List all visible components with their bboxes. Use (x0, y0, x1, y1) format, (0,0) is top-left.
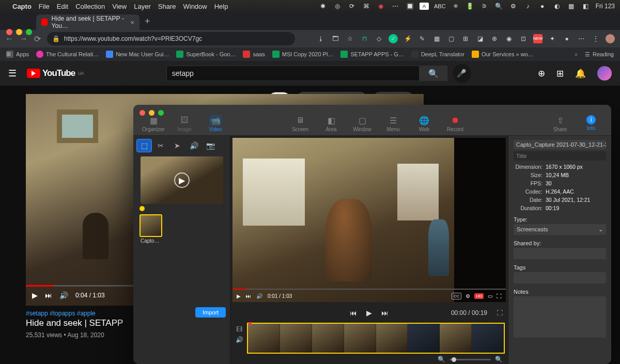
tags-field[interactable] (514, 272, 606, 283)
minimize-window-button[interactable] (16, 29, 22, 35)
menubar-clock[interactable]: Fri 123 (596, 3, 615, 10)
wifi-icon[interactable]: ⚞ (480, 3, 489, 10)
fullscreen-button[interactable]: ⛶ (497, 309, 503, 316)
browser-tab[interactable]: Hide and seek | SETAPP - You… × (36, 14, 140, 30)
status-icon[interactable]: ● (538, 3, 547, 10)
create-icon[interactable]: ⊕ (538, 68, 545, 79)
back-button[interactable]: ← (5, 34, 13, 43)
menu-share[interactable]: Share (158, 3, 176, 10)
bookmark-item[interactable]: MSI Copy 2020 Pl… (272, 51, 334, 58)
video-track-icon[interactable]: 🎞 (236, 326, 242, 333)
ext-icon[interactable]: NEW (533, 34, 542, 43)
toolbar-video[interactable]: 📹Video (202, 115, 229, 132)
ext-icon[interactable]: ☆ (345, 34, 354, 43)
battery-icon[interactable]: 🔋 (466, 3, 475, 10)
next-icon[interactable]: ⏭ (45, 291, 52, 299)
bookmark-item[interactable]: SuperBook - Goo… (176, 51, 236, 58)
maximize-window-button[interactable] (26, 29, 32, 35)
zoom-slider[interactable] (450, 359, 491, 360)
ext-icon[interactable]: ▢ (446, 34, 456, 43)
toolbar-area[interactable]: ◧Area (317, 115, 345, 132)
ext-icon[interactable]: ⭳ (316, 34, 326, 43)
bookmark-item[interactable]: DeepL Translator (411, 51, 464, 58)
youtube-search-input[interactable] (166, 66, 420, 81)
ext-icon[interactable]: ✦ (548, 34, 557, 43)
ext-icon[interactable]: ◇ (374, 34, 383, 43)
control-center-icon[interactable]: ⚙ (509, 3, 518, 10)
youtube-logo[interactable]: YouTube UA (27, 68, 84, 78)
status-icon[interactable]: ⌘ (362, 3, 371, 10)
ext-icon[interactable]: ✓ (389, 34, 398, 43)
audio-tool[interactable]: 🔊 (186, 139, 202, 152)
bluetooth-icon[interactable]: ✳ (451, 3, 460, 10)
play-icon[interactable]: ▶ (32, 291, 38, 299)
ext-icon[interactable]: ◉ (504, 34, 514, 43)
ext-icon[interactable]: ⊡ (519, 34, 528, 43)
profile-avatar[interactable] (606, 34, 615, 43)
toolbar-share[interactable]: ⇧Share (546, 115, 574, 132)
toolbar-image[interactable]: 🖼Image (171, 115, 198, 132)
fullscreen-icon[interactable]: ⛶ (497, 293, 502, 299)
playhead-icon[interactable]: ▼ (246, 320, 254, 328)
type-select[interactable]: Screencasts⌄ (514, 224, 606, 235)
bookmark-item[interactable]: saas (243, 51, 265, 58)
toolbar-menu[interactable]: ☰Menu (379, 115, 407, 132)
ext-icon[interactable]: ⋯ (577, 34, 586, 43)
notes-field[interactable] (514, 296, 606, 338)
status-icon[interactable]: ⟳ (347, 3, 357, 10)
status-icon[interactable]: ⋯ (391, 3, 400, 10)
zoom-in-icon[interactable]: 🔍 (495, 356, 503, 363)
menu-help[interactable]: Help (214, 3, 228, 10)
select-tool[interactable]: ⬚ (136, 139, 152, 152)
status-icon[interactable]: ▦ (567, 3, 576, 10)
next-icon[interactable]: ⏭ (246, 293, 251, 299)
ext-icon[interactable]: ⋮ (591, 34, 600, 43)
play-button[interactable]: ▶ (366, 309, 372, 317)
reload-button[interactable]: ⟳ (34, 34, 41, 44)
ext-icon[interactable]: ✎ (417, 34, 427, 43)
toolbar-record[interactable]: ⏺Record (441, 115, 469, 132)
toolbar-organizer[interactable]: ▦Organizer (140, 115, 167, 132)
bookmark-item[interactable]: SETAPP APPS - G… (340, 51, 404, 58)
status-icon[interactable]: ♪ (523, 3, 533, 10)
menu-view[interactable]: View (112, 3, 127, 10)
clip-thumbnail[interactable] (140, 214, 162, 237)
settings-icon[interactable]: ⚙ (466, 293, 470, 299)
forward-button[interactable]: → (20, 34, 28, 43)
shared-by-field[interactable] (514, 248, 606, 259)
reading-list[interactable]: ☰Reading (585, 51, 614, 58)
theater-icon[interactable]: ▭ (488, 293, 492, 299)
filename-field[interactable]: Capto_Capture 2021-07-30_12-21-30 (514, 140, 606, 149)
rewind-button[interactable]: ⏮ (350, 309, 357, 317)
close-window-button[interactable] (6, 29, 12, 35)
status-icon[interactable]: ◎ (333, 3, 342, 10)
bookmark-item[interactable]: New Mac User Gui… (106, 51, 169, 58)
menu-collection[interactable]: Collection (75, 3, 105, 10)
audio-track-icon[interactable]: 🔊 (236, 336, 243, 343)
status-icon[interactable]: 🔲 (405, 3, 414, 10)
ext-icon[interactable]: ● (562, 34, 571, 43)
status-icon[interactable]: ◐ (552, 3, 562, 10)
lang-indicator[interactable]: ABC (434, 3, 446, 9)
youtube-search-button[interactable]: 🔍 (420, 66, 447, 81)
toolbar-screen[interactable]: 🖥Screen (286, 115, 314, 132)
bookmark-item[interactable]: Our Services » wo… (472, 51, 534, 58)
cc-badge[interactable]: CC (452, 293, 462, 299)
ext-icon[interactable]: ⊕ (490, 34, 499, 43)
ext-icon[interactable]: ⊓ (360, 34, 369, 43)
voice-search-button[interactable]: 🎤 (453, 64, 471, 83)
hamburger-icon[interactable]: ☰ (8, 68, 17, 79)
cut-tool[interactable]: ✂ (153, 139, 168, 152)
bookmark-apps[interactable]: ⊞Apps (6, 51, 29, 58)
menu-window[interactable]: Window (183, 3, 207, 10)
zoom-out-icon[interactable]: 🔍 (438, 356, 445, 363)
keyboard-lang[interactable]: A (420, 3, 429, 10)
ext-icon[interactable]: ⊞ (461, 34, 470, 43)
notifications-icon[interactable]: 🔔 (575, 68, 586, 79)
title-field[interactable]: Title (514, 151, 606, 161)
volume-icon[interactable]: 🔊 (256, 293, 262, 299)
toolbar-info[interactable]: iInfo (577, 115, 605, 132)
forward-button[interactable]: ⏭ (381, 309, 389, 317)
preview-thumbnail[interactable]: ▶ (141, 156, 223, 204)
ext-icon[interactable]: ▦ (432, 34, 441, 43)
